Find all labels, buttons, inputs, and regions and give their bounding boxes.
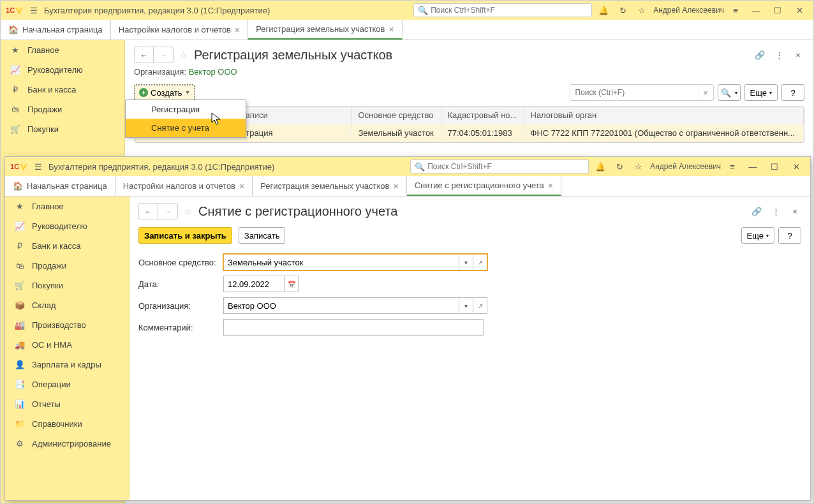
link-icon[interactable]: 🔗 xyxy=(753,50,766,60)
save-close-button[interactable]: Записать и закрыть xyxy=(138,227,232,244)
tab-home[interactable]: 🏠 Начальная страница xyxy=(1,20,111,40)
maximize-button[interactable]: ☐ xyxy=(769,3,787,18)
tab-tax-settings[interactable]: Настройки налогов и отчетов × xyxy=(111,20,248,40)
sidebar-item-sales[interactable]: 🛍Продажи xyxy=(1,100,124,119)
sidebar-item-payroll[interactable]: 👤Зарплата и кадры xyxy=(5,355,129,374)
sidebar-item-main[interactable]: ★Главное xyxy=(1,40,124,60)
report-icon: 📊 xyxy=(14,399,26,409)
nav-forward-button[interactable]: → xyxy=(154,47,173,63)
history-icon[interactable]: ↻ xyxy=(612,159,627,174)
sidebar-item-bank[interactable]: ₽Банк и касса xyxy=(5,236,129,256)
help-button[interactable]: ? xyxy=(778,227,801,244)
tab-land-registration[interactable]: Регистрация земельных участков × xyxy=(248,20,403,40)
star-icon[interactable]: ☆ xyxy=(631,159,646,174)
favorite-icon[interactable]: ☆ xyxy=(184,207,192,216)
close-icon[interactable]: × xyxy=(389,24,394,34)
bell-icon[interactable]: 🔔 xyxy=(596,3,611,18)
global-search-input[interactable] xyxy=(431,6,588,15)
close-icon[interactable]: × xyxy=(792,50,804,60)
more-button[interactable]: Еще ▾ xyxy=(744,84,778,101)
favorite-icon[interactable]: ☆ xyxy=(180,50,188,60)
sidebar-item-reports[interactable]: 📊Отчеты xyxy=(5,394,129,414)
org-value[interactable]: Вектор ООО xyxy=(189,67,237,77)
close-icon[interactable]: × xyxy=(239,181,244,191)
chevron-down-icon: ▾ xyxy=(766,233,769,239)
help-button[interactable]: ? xyxy=(781,84,804,101)
menu-icon[interactable]: ☰ xyxy=(30,6,38,15)
col-asset[interactable]: Основное средство xyxy=(352,107,441,124)
sidebar-item-purchases[interactable]: 🛒Покупки xyxy=(1,119,124,139)
open-button[interactable]: ↗ xyxy=(473,297,487,314)
sidebar-item-label: Склад xyxy=(32,300,56,310)
cursor-icon xyxy=(211,112,223,126)
sidebar-item-warehouse[interactable]: 📦Склад xyxy=(5,295,129,315)
date-input[interactable] xyxy=(223,276,285,292)
dropdown-item-deregister[interactable]: Снятие с учета xyxy=(126,119,246,137)
close-icon[interactable]: × xyxy=(394,181,399,191)
sidebar-item-manager[interactable]: 📈Руководителю xyxy=(1,60,124,80)
minimize-button[interactable]: — xyxy=(747,3,765,18)
nav-back-button[interactable]: ← xyxy=(139,204,158,219)
global-search[interactable]: 🔍 xyxy=(410,159,589,174)
sidebar-item-production[interactable]: 🏭Производство xyxy=(5,315,129,335)
dropdown-button[interactable]: ▾ xyxy=(459,297,473,314)
sidebar-item-manager[interactable]: 📈Руководителю xyxy=(5,216,129,236)
close-icon[interactable]: × xyxy=(235,25,240,35)
link-icon[interactable]: 🔗 xyxy=(750,207,763,216)
dropdown-item-register[interactable]: Регистрация xyxy=(126,100,246,119)
dropdown-button[interactable]: ▾ xyxy=(459,254,473,271)
close-icon[interactable]: × xyxy=(548,181,553,191)
save-button[interactable]: Записать xyxy=(239,227,286,244)
tab-deregistration[interactable]: Снятие с регистрационного учета × xyxy=(407,176,561,196)
plus-icon: + xyxy=(139,88,148,97)
asset-input[interactable] xyxy=(223,254,459,271)
user-name[interactable]: Андрей Алексеевич xyxy=(650,162,721,171)
tab-land-registration[interactable]: Регистрация земельных участков × xyxy=(253,176,407,196)
cart-icon: 🛍 xyxy=(14,261,26,271)
sidebar-item-assets[interactable]: 🚚ОС и НМА xyxy=(5,335,129,355)
maximize-button[interactable]: ☐ xyxy=(766,159,783,174)
create-button[interactable]: + Создать ▼ xyxy=(134,84,195,101)
tab-home[interactable]: 🏠 Начальная страница xyxy=(5,176,115,196)
sidebar-item-purchases[interactable]: 🛒Покупки xyxy=(5,276,129,295)
create-dropdown: Регистрация Снятие с учета xyxy=(125,100,246,138)
bell-icon[interactable]: 🔔 xyxy=(593,159,608,174)
star-icon[interactable]: ☆ xyxy=(634,3,649,18)
sidebar-item-admin[interactable]: ⚙Администрирование xyxy=(5,434,129,454)
filter-icon[interactable]: ≡ xyxy=(725,159,740,174)
comment-input[interactable] xyxy=(223,319,484,336)
history-icon[interactable]: ↻ xyxy=(615,3,630,18)
global-search[interactable]: 🔍 xyxy=(413,3,592,17)
calendar-icon[interactable]: 📅 xyxy=(285,276,299,292)
close-button[interactable]: ✕ xyxy=(790,3,808,18)
search-button[interactable]: 🔍▾ xyxy=(718,84,741,101)
tab-tax-settings[interactable]: Настройки налогов и отчетов × xyxy=(115,176,253,196)
col-tax[interactable]: Налоговый орган xyxy=(524,107,804,124)
minimize-button[interactable]: — xyxy=(744,159,762,174)
clear-icon[interactable]: × xyxy=(698,85,713,100)
close-button[interactable]: ✕ xyxy=(787,159,805,174)
global-search-input[interactable] xyxy=(427,162,584,171)
tab-label: Начальная страница xyxy=(27,181,107,191)
nav-back-button[interactable]: ← xyxy=(135,47,154,63)
cell-cadastral: 77:04:05:01:1983 xyxy=(441,124,524,142)
filter-icon[interactable]: ≡ xyxy=(728,3,743,18)
sidebar-item-label: Главное xyxy=(27,45,59,55)
sidebar-item-catalogs[interactable]: 📁Справочники xyxy=(5,414,129,434)
nav-forward-button[interactable]: → xyxy=(158,204,177,219)
table-search-input[interactable] xyxy=(570,85,698,100)
open-button[interactable]: ↗ xyxy=(473,254,487,271)
sidebar-item-bank[interactable]: ₽Банк и касса xyxy=(1,80,124,100)
org-input[interactable] xyxy=(223,297,459,314)
sidebar-item-sales[interactable]: 🛍Продажи xyxy=(5,256,129,276)
more-icon[interactable]: ⋮ xyxy=(769,207,782,216)
more-button[interactable]: Еще ▾ xyxy=(741,227,774,244)
sidebar-item-main[interactable]: ★Главное xyxy=(5,196,129,216)
menu-icon[interactable]: ☰ xyxy=(34,162,42,172)
col-cadastral[interactable]: Кадастровый но... xyxy=(441,107,524,124)
sidebar-item-operations[interactable]: 📑Операции xyxy=(5,374,129,394)
close-icon[interactable]: × xyxy=(788,207,801,216)
user-name[interactable]: Андрей Алексеевич xyxy=(653,6,724,15)
more-icon[interactable]: ⋮ xyxy=(773,50,785,60)
chevron-down-icon: ▼ xyxy=(184,89,190,96)
